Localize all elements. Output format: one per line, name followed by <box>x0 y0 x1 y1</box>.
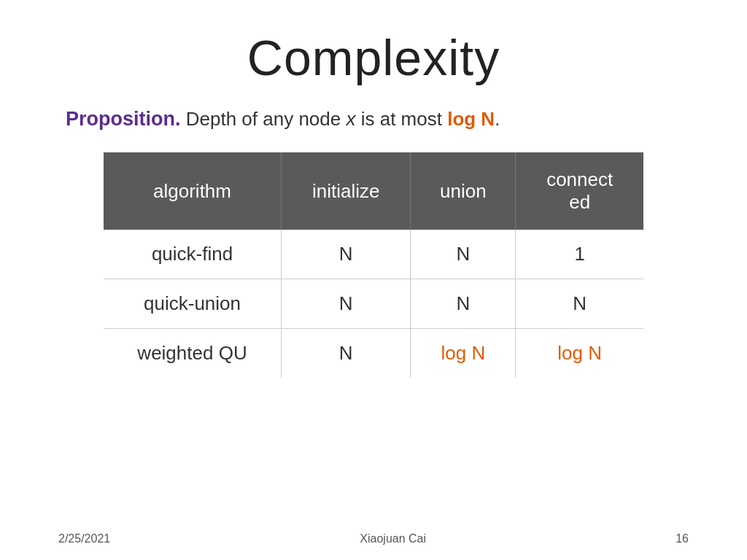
footer-date: 2/25/2021 <box>58 532 110 545</box>
proposition-label: Proposition. <box>66 108 181 130</box>
cell-union-2: log N <box>411 329 516 378</box>
footer-author: Xiaojuan Cai <box>360 532 426 545</box>
slide-title: Complexity <box>58 29 689 86</box>
proposition-italic: x <box>346 108 355 130</box>
header-initialize: initialize <box>282 152 411 230</box>
table-row: weighted QU N log N log N <box>104 329 643 378</box>
proposition-highlight: log N <box>447 108 495 130</box>
cell-initialize-0: N <box>282 230 411 279</box>
table-row: quick-union N N N <box>104 279 643 329</box>
table-row: quick-find N N 1 <box>104 230 643 279</box>
complexity-table: algorithm initialize union connected qui… <box>104 152 643 378</box>
cell-connected-1: N <box>516 279 643 329</box>
header-connected: connected <box>516 152 643 230</box>
proposition-text2: is at most <box>355 108 447 130</box>
table-wrapper: algorithm initialize union connected qui… <box>58 152 689 378</box>
proposition-text1: Depth of any node <box>186 108 347 130</box>
header-algorithm: algorithm <box>104 152 282 230</box>
cell-union-1: N <box>411 279 516 329</box>
cell-connected-2: log N <box>516 329 643 378</box>
footer-page: 16 <box>676 532 689 545</box>
proposition-period: . <box>495 108 500 130</box>
footer: 2/25/2021 Xiaojuan Cai 16 <box>0 532 747 545</box>
slide: Complexity Proposition. Depth of any nod… <box>0 0 747 560</box>
cell-connected-0: 1 <box>516 230 643 279</box>
cell-algorithm-2: weighted QU <box>104 329 282 378</box>
table-header-row: algorithm initialize union connected <box>104 152 643 230</box>
header-union: union <box>411 152 516 230</box>
proposition: Proposition. Depth of any node x is at m… <box>66 108 689 131</box>
cell-initialize-1: N <box>282 279 411 329</box>
cell-initialize-2: N <box>282 329 411 378</box>
cell-algorithm-1: quick-union <box>104 279 282 329</box>
cell-algorithm-0: quick-find <box>104 230 282 279</box>
cell-union-0: N <box>411 230 516 279</box>
